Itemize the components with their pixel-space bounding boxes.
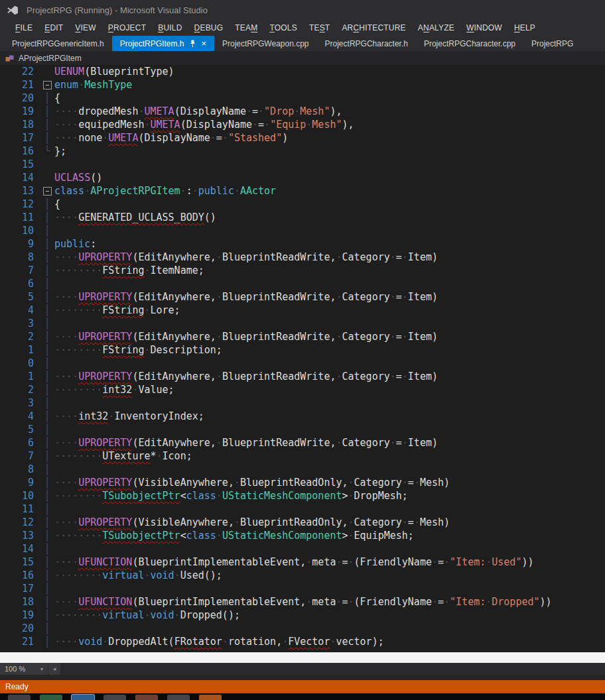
tab-ProjectRPGCharacter.h[interactable]: ProjectRPGCharacter.h xyxy=(317,36,416,51)
menu-item-file[interactable]: FILE xyxy=(9,21,38,35)
code-text[interactable]: ····UFUNCTION(BlueprintImplementableEven… xyxy=(54,555,605,569)
code-area[interactable]: 22UENUM(BlueprintType)21enum·MeshType20│… xyxy=(0,65,605,652)
code-text[interactable] xyxy=(54,463,605,476)
fold-gutter: │ xyxy=(40,131,54,145)
code-text[interactable]: public: xyxy=(54,237,605,251)
tab-ProjectRPGItem.h[interactable]: ProjectRPGItem.h× xyxy=(112,36,214,51)
line-number: 21 xyxy=(0,78,40,91)
code-text[interactable]: ····void·DroppedAlt(FRotator·rotation,·F… xyxy=(54,635,605,648)
code-text[interactable]: enum·MeshType xyxy=(54,78,605,91)
code-text[interactable]: ········UTexture*·Icon; xyxy=(54,449,605,463)
code-text[interactable] xyxy=(54,542,605,555)
line-number: 17 xyxy=(0,582,40,595)
scroll-left-arrow-icon[interactable]: ◄ xyxy=(48,663,61,675)
code-line: 14UCLASS() xyxy=(0,171,605,184)
code-text[interactable]: ········FString·Description; xyxy=(54,343,605,357)
code-text[interactable] xyxy=(54,396,605,410)
code-text[interactable]: class·AProjectRPGItem·:·public·AActor xyxy=(54,184,605,198)
taskbar-icon[interactable] xyxy=(103,695,126,700)
code-text[interactable] xyxy=(54,502,605,516)
code-line: 12│····UPROPERTY(VisibleAnywhere,·Bluepr… xyxy=(0,516,605,529)
taskbar-icon[interactable] xyxy=(72,695,94,700)
code-text[interactable]: ····UPROPERTY(EditAnywhere,·BlueprintRea… xyxy=(54,290,605,304)
menu-item-debug[interactable]: DEBUG xyxy=(188,21,230,35)
tab-ProjectRPGWeapon.cpp[interactable]: ProjectRPGWeapon.cpp xyxy=(214,36,317,51)
code-text[interactable]: ········FString·ItemName; xyxy=(54,264,605,277)
taskbar-icon[interactable] xyxy=(8,695,31,700)
code-line: 10│········TSubobjectPtr<class·UStaticMe… xyxy=(0,489,605,502)
code-text[interactable] xyxy=(54,622,605,635)
code-text[interactable]: ····UPROPERTY(EditAnywhere,·BlueprintRea… xyxy=(54,330,605,343)
code-text[interactable] xyxy=(54,357,605,370)
fold-gutter: │ xyxy=(40,396,54,410)
code-text[interactable]: { xyxy=(54,91,605,105)
line-number: 11 xyxy=(0,211,40,224)
menu-item-window[interactable]: WINDOW xyxy=(460,21,508,35)
code-text[interactable]: ····UPROPERTY(EditAnywhere,·BlueprintRea… xyxy=(54,436,605,449)
navbar-scope-dropdown[interactable]: AProjectRPGItem xyxy=(19,54,82,63)
code-text[interactable]: ········int32·Value; xyxy=(54,383,605,396)
code-text[interactable] xyxy=(54,317,605,330)
code-text[interactable]: ····GENERATED_UCLASS_BODY() xyxy=(54,211,605,224)
code-text[interactable]: ····dropedMesh·UMETA(DisplayName·=·"Drop… xyxy=(54,105,605,118)
line-number: 15 xyxy=(0,555,40,569)
fold-gutter: │ xyxy=(40,449,54,463)
menu-item-test[interactable]: TEST xyxy=(303,21,336,35)
menu-item-team[interactable]: TEAM xyxy=(229,21,263,35)
pin-icon[interactable] xyxy=(190,40,196,48)
menu-item-build[interactable]: BUILD xyxy=(152,21,188,35)
tab-ProjectRPG[interactable]: ProjectRPG xyxy=(523,36,581,51)
taskbar-icon[interactable] xyxy=(40,695,62,700)
code-line: 17│ xyxy=(0,582,605,595)
code-text[interactable] xyxy=(54,277,605,290)
horizontal-scrollbar-track[interactable] xyxy=(61,663,605,675)
code-text[interactable]: ····UPROPERTY(VisibleAnywhere,·Blueprint… xyxy=(54,516,605,529)
tab-ProjectRPGGenericItem.h[interactable]: ProjectRPGGenericItem.h xyxy=(4,36,112,51)
menu-item-project[interactable]: PROJECT xyxy=(102,21,152,35)
code-text[interactable]: ····UPROPERTY(EditAnywhere,·BlueprintRea… xyxy=(54,370,605,383)
code-text[interactable]: ········TSubobjectPtr<class·UStaticMeshC… xyxy=(54,489,605,502)
menu-item-edit[interactable]: EDIT xyxy=(38,21,69,35)
menu-item-view[interactable]: VIEW xyxy=(69,21,101,35)
code-text[interactable]: ····equipedMesh·UMETA(DisplayName·=·"Equ… xyxy=(54,118,605,131)
code-text[interactable]: ········virtual·void·Used(); xyxy=(54,569,605,582)
code-text[interactable]: ····none·UMETA(DisplayName·=·"Stashed") xyxy=(54,131,605,145)
taskbar-icon[interactable] xyxy=(167,695,190,700)
code-text[interactable]: UCLASS() xyxy=(54,171,605,184)
code-text[interactable] xyxy=(54,224,605,237)
fold-gutter: │ xyxy=(40,476,54,489)
fold-toggle-icon[interactable] xyxy=(40,78,54,91)
code-text[interactable]: ····UPROPERTY(EditAnywhere,·BlueprintRea… xyxy=(54,251,605,264)
code-text[interactable]: ········FString·Lore; xyxy=(54,304,605,317)
fold-toggle-icon[interactable] xyxy=(40,184,54,198)
code-text[interactable] xyxy=(54,582,605,595)
fold-gutter: │ xyxy=(40,489,54,502)
code-line: 5│ xyxy=(0,423,605,436)
menu-item-help[interactable]: HELP xyxy=(508,21,541,35)
code-text[interactable]: ····int32·InventoryIndex; xyxy=(54,410,605,423)
code-line: 19│····dropedMesh·UMETA(DisplayName·=·"D… xyxy=(0,105,605,118)
code-text[interactable]: UENUM(BlueprintType) xyxy=(54,65,605,78)
code-text[interactable]: ········TSubobjectPtr<class·UStaticMeshC… xyxy=(54,529,605,542)
code-text[interactable] xyxy=(54,158,605,171)
tab-label: ProjectRPGGenericItem.h xyxy=(12,39,104,48)
line-number: 6 xyxy=(0,277,40,290)
taskbar-icon[interactable] xyxy=(199,695,222,700)
code-text[interactable]: }; xyxy=(54,145,605,158)
taskbar-icon[interactable] xyxy=(135,695,158,700)
fold-gutter: │ xyxy=(40,343,54,357)
code-text[interactable]: ········virtual·void·Dropped(); xyxy=(54,609,605,622)
zoom-dropdown[interactable]: 100 % ▾ xyxy=(0,663,48,675)
menu-item-architecture[interactable]: ARCHITECTURE xyxy=(336,21,411,35)
tab-ProjectRPGCharacter.cpp[interactable]: ProjectRPGCharacter.cpp xyxy=(416,36,523,51)
code-text[interactable]: ····UFUNCTION(BlueprintImplementableEven… xyxy=(54,595,605,609)
code-text[interactable]: ····UPROPERTY(VisibleAnywhere,·Blueprint… xyxy=(54,476,605,489)
code-text[interactable]: { xyxy=(54,198,605,211)
fold-gutter: │ xyxy=(40,582,54,595)
tab-close-icon[interactable]: × xyxy=(201,39,206,48)
code-text[interactable] xyxy=(54,423,605,436)
menu-item-tools[interactable]: TOOLS xyxy=(263,21,302,35)
horizontal-scrollbar[interactable] xyxy=(0,652,605,663)
menu-item-analyze[interactable]: ANALYZE xyxy=(412,21,460,35)
fold-gutter: │ xyxy=(40,237,54,251)
